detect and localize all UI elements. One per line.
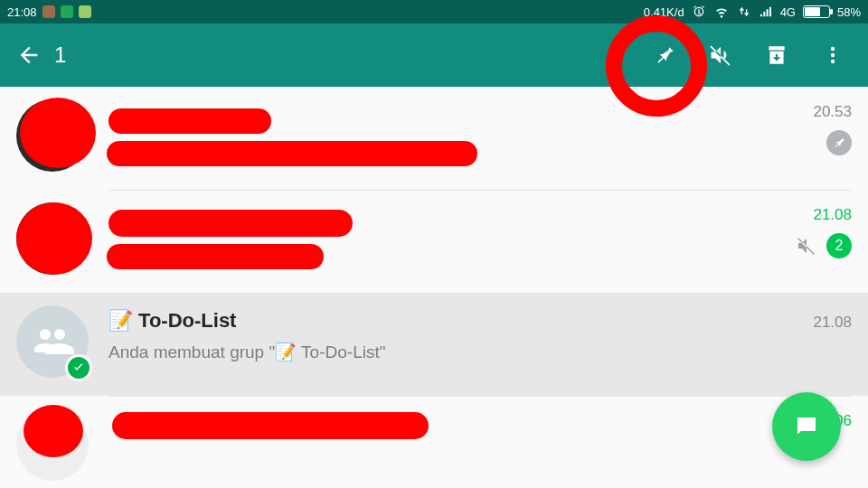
pinned-indicator-icon <box>826 130 852 155</box>
chat-preview: Anda membuat grup "📝 To-Do-List" <box>108 342 385 362</box>
redaction-scribble <box>107 244 324 269</box>
selection-count: 1 <box>54 42 66 68</box>
redaction-scribble <box>16 202 92 275</box>
divider <box>108 190 852 191</box>
signal-icon <box>759 5 773 19</box>
archive-button[interactable] <box>749 33 805 77</box>
redaction-scribble <box>107 141 477 166</box>
status-whatsapp-icon <box>61 5 73 18</box>
selected-check-icon <box>65 354 92 381</box>
redaction-scribble <box>20 98 96 168</box>
divider <box>108 293 852 294</box>
status-network-label: 4G <box>780 5 796 19</box>
chat-time: 21.08 <box>813 206 852 224</box>
data-arrows-icon <box>737 5 751 19</box>
mute-button[interactable] <box>693 33 749 77</box>
chat-row[interactable]: 21.08 2 <box>0 190 868 293</box>
redaction-scribble <box>24 405 83 457</box>
selection-action-bar: 1 <box>0 23 868 87</box>
redaction-scribble <box>108 108 271 134</box>
divider <box>108 396 852 397</box>
chat-name: 📝 To-Do-List <box>108 309 236 333</box>
redaction-scribble <box>112 412 429 439</box>
pin-chat-button[interactable] <box>637 33 693 77</box>
chat-row[interactable]: 📝 To-Do-List 21.08 Anda membuat grup "📝 … <box>0 293 868 396</box>
chat-time: 20.53 <box>813 103 852 121</box>
chat-time: 21.08 <box>813 314 852 332</box>
svg-point-2 <box>831 60 835 63</box>
alarm-icon <box>692 5 706 19</box>
redaction-scribble <box>108 210 353 237</box>
overflow-menu-button[interactable] <box>805 33 861 77</box>
status-battery-pct: 58% <box>837 5 861 19</box>
status-data-rate: 0.41K/d <box>644 5 684 19</box>
back-button[interactable] <box>7 33 51 77</box>
unread-count-badge: 2 <box>826 233 852 258</box>
svg-point-1 <box>831 53 835 57</box>
new-chat-fab[interactable] <box>772 392 841 461</box>
battery-icon <box>803 5 830 18</box>
chat-list: 20.53 21.08 <box>0 87 868 468</box>
status-app-icon-1 <box>42 5 55 18</box>
status-app-icon-3 <box>79 5 91 18</box>
wifi-icon <box>713 5 730 19</box>
status-bar: 21:08 0.41K/d 4G 58% <box>0 0 868 23</box>
svg-point-0 <box>831 47 835 51</box>
status-time: 21:08 <box>7 5 37 19</box>
chat-row[interactable]: 21.06 <box>0 396 868 468</box>
muted-icon <box>796 235 817 257</box>
chat-row[interactable]: 20.53 <box>0 87 868 190</box>
